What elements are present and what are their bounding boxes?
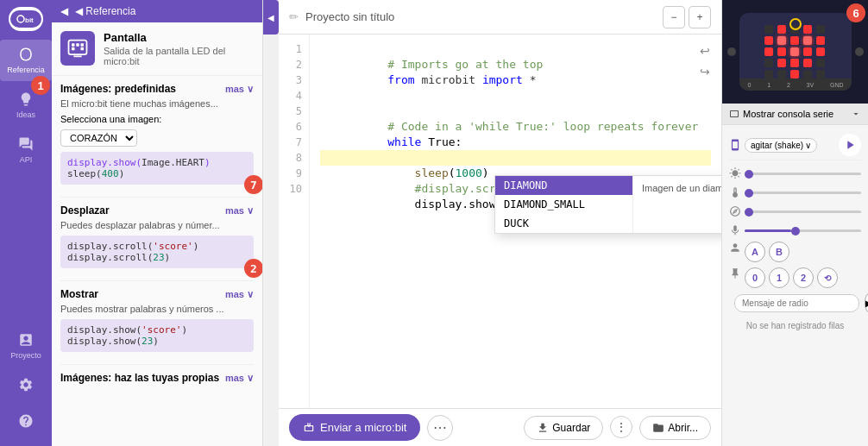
pin-2-btn[interactable]: 2 [793, 267, 814, 288]
led-2-0 [764, 47, 773, 56]
dots-icon: ⋯ [433, 419, 447, 436]
zoom-out-btn[interactable]: − [663, 6, 685, 28]
chevron-down-icon[interactable] [851, 109, 861, 119]
autocomplete-desc-text: Imagen de un diamante. (diamante) [642, 183, 721, 193]
redo-btn[interactable]: ↪ [695, 62, 714, 81]
mic-slider-row [729, 223, 861, 238]
sidebar-item-api[interactable]: API [0, 129, 52, 171]
sidebar-item-ideas[interactable]: Ideas [0, 85, 52, 126]
editor-bottom-bar: Enviar a micro:bit ⋯ Guardar ⋮ Abrir... [279, 408, 721, 446]
pin-reset-btn[interactable]: ⟲ [817, 267, 838, 288]
section-predefined-more[interactable]: mas ∨ [225, 84, 254, 95]
code-line-5: # Code in a 'while True:' loop repeats f… [320, 104, 711, 119]
download-icon [537, 422, 549, 434]
led-2-2 [790, 47, 799, 56]
zoom-in-btn[interactable]: + [689, 6, 711, 28]
project-icon [18, 332, 34, 348]
led-4-3 [803, 70, 812, 79]
select-image-label: Selecciona una imagen: [60, 114, 161, 124]
sidebar-item-settings[interactable] [0, 370, 52, 403]
image-select[interactable]: CORAZÓN HEART DIAMOND [60, 129, 137, 147]
light-slider[interactable] [745, 173, 861, 175]
section-show-code: display.show('score') display.show(23) [60, 319, 254, 352]
temp-slider-dot [745, 189, 753, 198]
led-3-3 [803, 59, 812, 67]
undo-btn[interactable]: ↩ [695, 41, 714, 60]
sidebar-item-proyecto[interactable]: Proyecto [0, 325, 52, 367]
editor-area: ✏ Proyecto sin título − + 1 2 3 4 5 6 7 … [279, 0, 721, 446]
collapse-panel-btn[interactable]: ◀ [263, 0, 279, 35]
autocomplete-item-diamond[interactable]: DIAMOND [495, 176, 632, 195]
console-section: Mostrar consola serie agitar (shake) ∨ [722, 104, 868, 446]
mic-slider-fill [745, 229, 791, 232]
save-more-btn[interactable]: ⋮ [610, 416, 632, 438]
radio-message-input[interactable] [734, 294, 859, 312]
shake-select[interactable]: agitar (shake) ∨ [745, 138, 817, 153]
section-scroll-more[interactable]: mas ∨ [225, 205, 254, 217]
light-icon [729, 167, 741, 179]
section-custom: Imágenes: haz las tuyas propias mas ∨ [60, 372, 254, 384]
more-options-btn[interactable]: ⋯ [427, 415, 453, 441]
light-slider-dot [745, 170, 753, 179]
code-line-1: # Imports go at the top [320, 41, 711, 57]
console-title: Mostrar consola serie [743, 109, 833, 119]
section-scroll-desc: Puedes desplazar palabras y númer... [60, 220, 254, 230]
autocomplete-item-diamond-small[interactable]: DIAMOND_SMALL [495, 195, 632, 214]
buttons-row: A B [729, 242, 861, 262]
feature-desc: Salida de la pantalla LED del micro:bit [104, 46, 254, 66]
led-3-2 [790, 59, 799, 67]
svg-rect-7 [81, 43, 85, 47]
editor-title[interactable]: Proyecto sin título [305, 10, 394, 23]
section-show-desc: Puedes mostrar palabras y números ... [60, 304, 254, 314]
select-image-row: Selecciona una imagen: [60, 114, 254, 124]
line-numbers: 1 2 3 4 5 6 7 8 9 10 [279, 35, 310, 408]
right-panel: 6 [721, 0, 868, 446]
code-line-8: sleep(1000) [320, 150, 711, 166]
autocomplete-item-duck[interactable]: DUCK [495, 214, 632, 233]
led-2-3 [803, 47, 812, 56]
sidebar-item-referencia[interactable]: Referencia [0, 40, 52, 81]
compass-slider[interactable] [745, 210, 861, 213]
section-show-more[interactable]: mas ∨ [225, 289, 254, 300]
btn-b[interactable]: B [769, 242, 789, 262]
shake-icon [729, 139, 741, 151]
save-btn[interactable]: Guardar [524, 416, 603, 440]
led-1-4 [816, 36, 825, 45]
light-slider-row [729, 166, 861, 181]
pin-1-btn[interactable]: 1 [769, 267, 789, 288]
code-line-7: display.show(Image.HEART) 3 [320, 135, 711, 150]
shake-label: agitar (shake) [751, 141, 803, 150]
led-3-0 [764, 59, 773, 67]
run-btn[interactable] [839, 134, 861, 156]
sidebar-label-api: API [20, 155, 33, 164]
led-1-1 [777, 36, 786, 45]
mic-slider[interactable] [745, 229, 861, 232]
svg-rect-9 [81, 47, 85, 51]
open-btn[interactable]: Abrir... [639, 416, 711, 440]
led-0-1 [777, 25, 786, 34]
led-4-4 [816, 70, 825, 79]
autocomplete-dropdown: DIAMOND DIAMOND_SMALL DUCK Imagen de un … [494, 175, 721, 234]
undo-redo-controls: ↩ ↪ [695, 41, 714, 81]
pin-0-btn[interactable]: 0 [745, 267, 765, 288]
console-controls: agitar (shake) ∨ [722, 125, 868, 446]
section-custom-header: Imágenes: haz las tuyas propias mas ∨ [60, 372, 254, 384]
send-radio-btn[interactable]: ▶ [865, 293, 868, 312]
svg-rect-5 [72, 43, 75, 47]
led-1-3 [803, 36, 812, 45]
pin-icon [729, 267, 741, 280]
svg-rect-6 [76, 43, 79, 47]
svg-rect-8 [72, 47, 75, 51]
sidebar-item-help[interactable] [0, 406, 52, 437]
temp-slider[interactable] [745, 192, 861, 194]
collapse-icon: ◀ [267, 13, 274, 22]
shake-row: agitar (shake) ∨ [729, 130, 861, 160]
send-to-microbit-btn[interactable]: Enviar a micro:bit [289, 414, 420, 441]
btn-a[interactable]: A [745, 242, 765, 262]
api-icon [18, 136, 34, 152]
logo: bit [9, 7, 43, 31]
section-custom-more[interactable]: mas ∨ [225, 373, 254, 384]
compass-slider-row [729, 204, 861, 219]
section-predefined-title: Imágenes: predefinidas [60, 83, 176, 95]
reference-header[interactable]: ◀ ◀ Referencia [52, 0, 262, 22]
